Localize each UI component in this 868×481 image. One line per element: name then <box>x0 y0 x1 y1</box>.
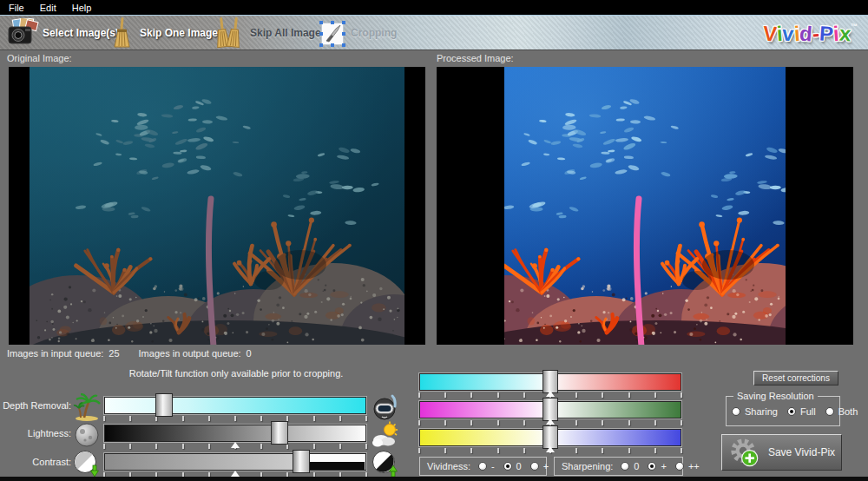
slider-tick <box>654 420 656 425</box>
yellow-blue-thumb[interactable] <box>542 425 558 449</box>
saving-resolution-option-label: Sharing <box>745 406 778 417</box>
broom-icon[interactable] <box>112 17 131 49</box>
save-vividpix-button[interactable]: Save Vivid-Pix <box>721 434 842 471</box>
window-bottom-edge <box>0 477 868 481</box>
toolbar: Select Image(s) Skip One Image Skip All … <box>0 15 868 50</box>
slider-tick <box>103 416 105 421</box>
slider-tick <box>654 392 656 398</box>
slider-tick <box>339 444 341 449</box>
saving-resolution-radio-Sharing[interactable] <box>732 407 740 416</box>
magenta-green-thumb[interactable] <box>542 398 558 421</box>
skip-all-images-button[interactable]: Skip All Images <box>250 27 326 39</box>
slider-tick <box>444 420 446 425</box>
moon-icon[interactable] <box>73 421 101 449</box>
slider-tick <box>182 416 184 421</box>
input-queue-value: 25 <box>108 348 119 359</box>
vividness-radio-minus[interactable] <box>478 462 487 471</box>
saving-resolution-option-label: Both <box>838 406 858 417</box>
magenta-green-slider[interactable] <box>419 399 681 429</box>
saving-resolution-label: Saving Resolution <box>733 391 818 401</box>
slider-tick <box>628 392 630 398</box>
slider-tick <box>313 444 315 449</box>
slider-tick <box>365 416 367 421</box>
slider-tick <box>103 444 105 449</box>
menu-file[interactable]: File <box>9 3 24 13</box>
original-image-label: Original Image: <box>7 53 72 63</box>
original-photo <box>30 67 404 345</box>
vividness-option-label: 0 <box>516 461 522 471</box>
slider-tick <box>523 448 525 453</box>
contrast-decrease-icon[interactable] <box>73 450 101 478</box>
camera-icon[interactable] <box>7 18 40 48</box>
processed-image-label: Processed Image: <box>437 53 514 63</box>
lightness-thumb[interactable] <box>271 421 288 445</box>
slider-tick <box>234 416 236 421</box>
yellow-blue-slider[interactable] <box>419 427 681 457</box>
slider-tick <box>628 420 630 425</box>
cropping-button[interactable]: Cropping <box>351 27 397 39</box>
save-vividpix-label: Save Vivid-Pix <box>768 446 835 458</box>
depth-removal-ticks <box>104 416 366 422</box>
slider-tick <box>129 416 131 421</box>
sharpening-option-label: + <box>661 461 666 471</box>
slider-tick <box>575 392 577 398</box>
vivid-pix-window: File Edit Help Select Image(s) Skip One … <box>0 0 868 481</box>
saving-resolution-radio-Full[interactable] <box>787 407 796 416</box>
depth-removal-slider[interactable] <box>104 395 366 425</box>
vividness-radio-0[interactable] <box>503 462 512 471</box>
slider-tick <box>523 420 525 425</box>
depth-removal-track[interactable] <box>104 397 366 414</box>
lightness-slider[interactable] <box>104 423 366 452</box>
slider-tick <box>602 392 603 398</box>
processed-image-panel <box>437 67 853 345</box>
cyan-red-thumb[interactable] <box>542 370 558 393</box>
queue-status: Images in input queue: 25 Images in outp… <box>7 348 252 359</box>
cyan-red-slider[interactable] <box>419 372 681 401</box>
sun-cloud-icon[interactable] <box>372 421 399 449</box>
sharpening-option-label: ++ <box>688 461 700 471</box>
saving-resolution-radio-Both[interactable] <box>825 407 834 416</box>
contrast-split-preview <box>309 454 365 470</box>
select-images-button[interactable]: Select Image(s) <box>43 27 119 39</box>
snorkel-mask-icon[interactable] <box>372 393 399 421</box>
lightness-track[interactable] <box>104 425 366 442</box>
gear-plus-icon <box>728 436 761 469</box>
vividness-group: Vividness: -0+ <box>419 457 547 476</box>
slider-tick <box>155 444 157 449</box>
original-image-panel <box>9 67 425 345</box>
output-queue-value: 0 <box>247 348 252 359</box>
contrast-center-marker <box>231 471 240 477</box>
menu-help[interactable]: Help <box>72 3 92 13</box>
input-queue-label: Images in input queue: <box>7 348 103 359</box>
crop-knife-icon[interactable] <box>319 21 345 47</box>
menu-bar: File Edit Help <box>0 0 868 15</box>
slider-tick <box>602 420 603 425</box>
reset-corrections-button[interactable]: Reset corrections <box>753 371 838 385</box>
double-broom-icon[interactable] <box>215 17 243 49</box>
vividness-radio-plus[interactable] <box>530 462 539 471</box>
contrast-increase-icon[interactable] <box>372 450 399 478</box>
lightness-label: Lightness: <box>0 428 71 438</box>
slider-tick <box>681 448 682 453</box>
sharpening-radio-0[interactable] <box>621 462 629 471</box>
rotate-tilt-notice: Rotate/Tilt function only available prio… <box>97 368 375 379</box>
logo-letter: x <box>838 22 852 47</box>
palm-tree-icon[interactable] <box>73 393 101 421</box>
slider-tick <box>365 444 367 449</box>
sharpening-radio-plusplus[interactable] <box>675 462 684 471</box>
slider-tick <box>418 448 420 453</box>
slider-tick <box>575 448 577 453</box>
skip-one-image-button[interactable]: Skip One Image <box>140 27 218 39</box>
logo-letter: V <box>762 21 778 46</box>
processed-photo <box>504 67 786 345</box>
slider-tick <box>208 444 210 449</box>
depth-removal-thumb[interactable] <box>155 393 173 417</box>
slider-tick <box>681 420 682 425</box>
sharpening-label: Sharpening: <box>562 461 613 471</box>
slider-tick <box>470 392 472 398</box>
vividness-option-label: - <box>491 461 495 471</box>
sharpening-radio-plus[interactable] <box>648 462 656 471</box>
contrast-thumb[interactable] <box>293 450 310 473</box>
slider-tick <box>602 448 603 453</box>
menu-edit[interactable]: Edit <box>40 3 56 13</box>
